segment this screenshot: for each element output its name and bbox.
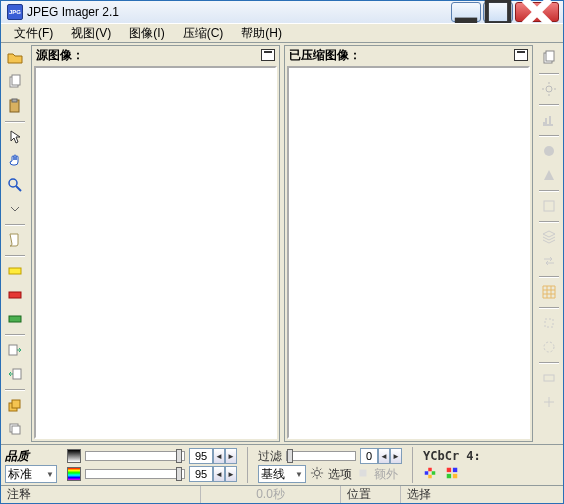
quality-label: 品质: [5, 448, 29, 465]
menu-file[interactable]: 文件(F): [11, 24, 56, 43]
svg-rect-11: [9, 345, 17, 355]
setting-c-icon[interactable]: [537, 367, 561, 389]
menu-image[interactable]: 图像(I): [126, 24, 167, 43]
adjust-icon[interactable]: [537, 195, 561, 217]
svg-line-35: [320, 475, 322, 477]
preset-combo[interactable]: 标准▼: [5, 465, 57, 483]
svg-point-6: [9, 179, 17, 187]
gear-icon[interactable]: [310, 466, 324, 483]
maximize-button[interactable]: [483, 2, 513, 22]
quality-slider[interactable]: [85, 451, 185, 461]
color-slider[interactable]: [85, 469, 185, 479]
status-position-label: 位置: [341, 486, 401, 503]
maximize-pane-icon[interactable]: [514, 49, 528, 61]
bottom-panel: 品质 标准▼ ◄► ◄►: [1, 444, 563, 485]
svg-line-34: [313, 468, 315, 470]
sampling-a-icon[interactable]: [423, 466, 437, 483]
left-toolbar: [1, 43, 29, 444]
spin-up-icon[interactable]: ►: [225, 448, 237, 464]
sampling-b-icon[interactable]: [445, 466, 459, 483]
color-spin[interactable]: [189, 466, 213, 482]
status-select-label: 选择: [401, 486, 563, 503]
svg-rect-5: [12, 99, 17, 102]
svg-rect-42: [428, 474, 432, 478]
extra-label: 额外: [374, 466, 398, 483]
status-comment: 注释: [1, 486, 201, 503]
minimize-button[interactable]: [451, 2, 481, 22]
export-right-icon[interactable]: [3, 339, 27, 361]
menu-view[interactable]: 视图(V): [68, 24, 114, 43]
svg-rect-18: [546, 51, 554, 61]
app-window: JPEG Imager 2.1 文件(F) 视图(V) 图像(I) 压缩(C) …: [0, 0, 564, 504]
color-swatch-icon[interactable]: [67, 467, 81, 481]
spin-down-icon[interactable]: ◄: [213, 466, 225, 482]
svg-rect-44: [453, 467, 457, 471]
dropdown-indicator-icon[interactable]: [3, 198, 27, 220]
tool-red-icon[interactable]: [3, 284, 27, 306]
spin-up-icon[interactable]: ►: [390, 448, 402, 464]
svg-rect-38: [360, 469, 367, 476]
triangle-icon[interactable]: [537, 164, 561, 186]
source-pane-title: 源图像：: [36, 47, 84, 64]
setting-a-icon[interactable]: [537, 312, 561, 334]
batch-icon[interactable]: [3, 394, 27, 416]
center-area: 源图像： 已压缩图像：: [29, 43, 535, 444]
app-icon: [7, 4, 23, 20]
maximize-pane-icon[interactable]: [261, 49, 275, 61]
svg-rect-14: [12, 400, 20, 408]
layers-icon[interactable]: [537, 226, 561, 248]
setting-d-icon[interactable]: [537, 391, 561, 413]
spin-down-icon[interactable]: ◄: [378, 448, 390, 464]
svg-rect-40: [425, 471, 429, 475]
svg-rect-16: [12, 426, 20, 434]
svg-rect-12: [13, 369, 21, 379]
brightness-icon[interactable]: [537, 78, 561, 100]
svg-rect-39: [428, 467, 432, 471]
source-canvas[interactable]: [34, 66, 277, 439]
setting-b-icon[interactable]: [537, 336, 561, 358]
script-icon[interactable]: [3, 229, 27, 251]
status-time: 0.0秒: [201, 486, 341, 503]
histogram-icon[interactable]: [537, 109, 561, 131]
svg-rect-43: [447, 467, 451, 471]
options-button[interactable]: 选项: [328, 466, 352, 483]
paste-icon[interactable]: [3, 95, 27, 117]
preset-value: 标准: [8, 466, 32, 483]
svg-line-7: [16, 186, 21, 191]
compressed-canvas[interactable]: [287, 66, 530, 439]
swap-icon[interactable]: [537, 250, 561, 272]
workarea: 源图像： 已压缩图像：: [1, 43, 563, 444]
zoom-icon[interactable]: [3, 174, 27, 196]
baseline-combo[interactable]: 基线▼: [258, 465, 306, 483]
filter-label: 过滤: [258, 448, 282, 465]
svg-point-24: [544, 146, 554, 156]
circle-icon[interactable]: [537, 140, 561, 162]
tool-yellow-icon[interactable]: [3, 260, 27, 282]
tool-green-icon[interactable]: [3, 308, 27, 330]
svg-line-36: [320, 468, 322, 470]
hand-icon[interactable]: [3, 150, 27, 172]
svg-point-27: [544, 342, 554, 352]
extra-icon: [356, 466, 370, 483]
menu-compress[interactable]: 压缩(C): [180, 24, 227, 43]
window-title: JPEG Imager 2.1: [27, 5, 451, 19]
grayscale-swatch-icon[interactable]: [67, 449, 81, 463]
open-file-icon[interactable]: [3, 47, 27, 69]
svg-line-37: [313, 475, 315, 477]
grid-icon[interactable]: [537, 281, 561, 303]
baseline-value: 基线: [261, 466, 285, 483]
titlebar[interactable]: JPEG Imager 2.1: [1, 1, 563, 23]
filter-spin[interactable]: [360, 448, 378, 464]
stack-icon[interactable]: [3, 418, 27, 440]
export-left-icon[interactable]: [3, 363, 27, 385]
menu-help[interactable]: 帮助(H): [238, 24, 285, 43]
spin-down-icon[interactable]: ◄: [213, 448, 225, 464]
close-button[interactable]: [515, 2, 559, 22]
copy-icon[interactable]: [3, 71, 27, 93]
pointer-icon[interactable]: [3, 126, 27, 148]
copy-result-icon[interactable]: [537, 47, 561, 69]
quality-spin[interactable]: [189, 448, 213, 464]
svg-rect-3: [12, 75, 20, 85]
spin-up-icon[interactable]: ►: [225, 466, 237, 482]
filter-slider[interactable]: [286, 451, 356, 461]
